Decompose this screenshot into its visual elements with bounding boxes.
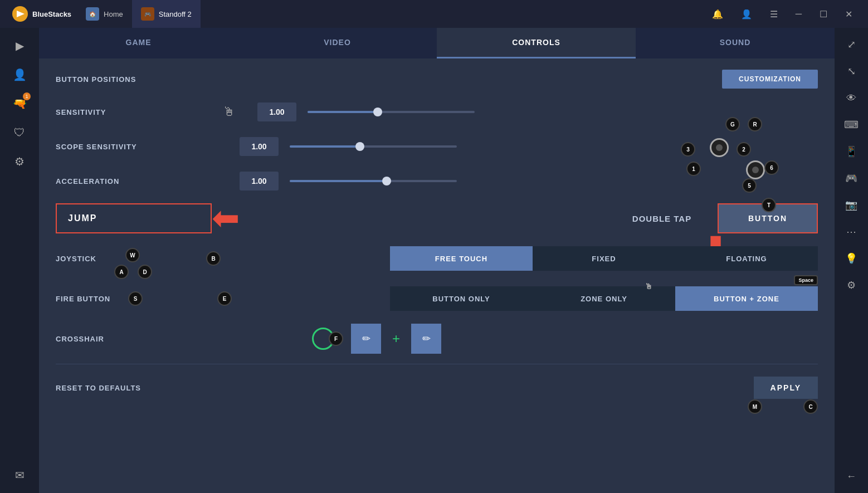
acceleration-slider[interactable] [290,180,457,182]
rs-expand[interactable]: ⤢ [840,33,862,56]
plus-icon: + [392,331,400,346]
key-m-badge: M [748,399,762,414]
game-icon: 🎮 [141,7,154,21]
key-e: E [217,291,232,306]
gear-icon: ⚙ [847,279,856,291]
scope-sensitivity-row: SCOPE SENSITIVITY 1.00 [56,134,818,159]
tab-video[interactable]: VIDEO [238,28,437,58]
joystick-row: JOYSTICK B W A D FREE TOUCH [56,243,818,274]
tab-controls[interactable]: CONTROLS [437,28,636,58]
sensitivity-row: SENSITIVITY 🖱 1.00 [56,100,818,124]
wasd-badges: W A D [114,248,152,279]
sensitivity-value: 1.00 [257,102,296,121]
right-sidebar: ⤢ ⤡ 👁 ⌨ 📱 🎮 📷 ⋯ 💡 ⚙ ← [835,28,868,493]
opt-fixed[interactable]: FIXED [533,246,675,271]
sidebar-badge[interactable]: 🛡 [7,120,32,145]
sidebar-profile[interactable]: 👤 [7,62,32,87]
bluestacks-logo: BlueStacks [6,5,77,23]
acceleration-value: 1.00 [240,172,279,191]
rs-more[interactable]: ⋯ [840,221,862,243]
back-icon: ← [846,471,856,482]
key-s-badge: S [128,291,143,306]
home-tab[interactable]: 🏠 Home [77,0,132,28]
play-icon: ▶ [16,39,24,52]
window-controls: 🔔 👤 ☰ ─ ☐ ✕ [708,7,862,22]
left-sidebar: ▶ 👤 🔫 1 🛡 ⚙ ✉ [0,28,39,493]
badge-count: 1 [23,92,31,100]
jump-label: JUMP [68,213,97,223]
home-icon: 🏠 [86,7,99,21]
key-a: A [114,265,129,279]
pencil-icon: ✏ [362,333,370,345]
game-tab[interactable]: 🎮 Standoff 2 [132,0,201,28]
camera-icon: 📷 [845,199,857,211]
rs-camera[interactable]: 📷 [840,194,862,216]
key-d: D [138,265,152,279]
opt-zone-only[interactable]: 🖱 ZONE ONLY [533,286,675,311]
sidebar-gun[interactable]: 🔫 1 [7,91,32,116]
fire-options: BUTTON ONLY 🖱 ZONE ONLY BUTTON + ZONE [390,286,818,311]
button-positions-label: BUTTON POSITIONS [56,75,223,84]
tab-game[interactable]: GAME [39,28,238,58]
crosshair-edit-1[interactable]: ✏ [351,324,381,354]
rs-shrink[interactable]: ⤡ [840,60,862,82]
profile-icon: 👤 [13,68,27,81]
gamepad-icon: 🎮 [845,172,857,184]
crosshair-row: CROSSHAIR F ✏ + ✏ [56,324,818,354]
sidebar-mail[interactable]: ✉ [7,463,32,487]
jump-row: JUMP ⬅ DOUBLE TAP BUTTON [56,203,818,233]
zone-icon: 🖱 [645,282,653,291]
key-c-badge: C [803,399,818,414]
reset-defaults-label: RESET TO DEFAULTS [56,384,223,392]
crosshair-add[interactable]: + [381,324,411,354]
app-name: BlueStacks [32,10,71,18]
jump-box: JUMP [56,203,212,233]
key-w: W [125,248,140,262]
reset-apply-row: RESET TO DEFAULTS M C APPLY [56,373,818,403]
scope-sensitivity-slider[interactable] [290,145,457,148]
rs-gamepad[interactable]: 🎮 [840,167,862,189]
keyboard-icon: ⌨ [844,119,859,131]
scope-sensitivity-label: SCOPE SENSITIVITY [56,143,223,151]
opt-free-touch[interactable]: FREE TOUCH [390,246,533,271]
sensitivity-slider[interactable] [308,111,475,113]
crosshair-edit-2[interactable]: ✏ [411,324,441,354]
pencil-icon-2: ✏ [422,333,431,345]
scope-sensitivity-value: 1.00 [240,137,279,156]
rs-eye[interactable]: 👁 [840,87,862,109]
rs-back[interactable]: ← [840,465,862,487]
account-btn[interactable]: 👤 [737,7,757,22]
maximize-btn[interactable]: ☐ [815,7,832,22]
sidebar-settings[interactable]: ⚙ [7,149,32,174]
opt-button-only[interactable]: BUTTON ONLY [390,286,533,311]
tab-sound[interactable]: SOUND [636,28,835,58]
rs-light[interactable]: 💡 [840,247,862,270]
double-tap-label: DOUBLE TAP [606,214,718,223]
customization-button[interactable]: CUSTOMIZATION [722,70,818,89]
phone-icon: 📱 [845,145,857,158]
opt-floating[interactable]: FLOATING [675,246,818,271]
key-m: M [748,399,762,414]
menu-btn[interactable]: ☰ [765,7,782,22]
minimize-btn[interactable]: ─ [791,7,806,21]
key-c: C [803,399,818,414]
settings-icon: ⚙ [14,155,25,168]
crosshair-label: CROSSHAIR [56,335,223,343]
key-f-badge: F [329,331,343,346]
notification-btn[interactable]: 🔔 [708,7,728,22]
sidebar-play[interactable]: ▶ [7,33,32,58]
content-area: GAME VIDEO CONTROLS SOUND BUTTON POSITIO… [39,28,835,493]
apply-button[interactable]: APPLY [754,377,818,399]
key-b: B [206,251,221,266]
divider [56,364,818,364]
rs-gear[interactable]: ⚙ [840,274,862,296]
tabs-bar: GAME VIDEO CONTROLS SOUND [39,28,835,58]
button-positions-row: BUTTON POSITIONS CUSTOMIZATION [56,70,818,89]
close-btn[interactable]: ✕ [841,7,857,22]
sensitivity-label: SENSITIVITY [56,108,223,116]
opt-button-zone[interactable]: BUTTON + ZONE [675,286,818,311]
rs-keyboard[interactable]: ⌨ [840,114,862,136]
button-option[interactable]: BUTTON [718,203,818,233]
joystick-options: FREE TOUCH FIXED FLOATING [390,246,818,271]
rs-phone[interactable]: 📱 [840,140,862,163]
